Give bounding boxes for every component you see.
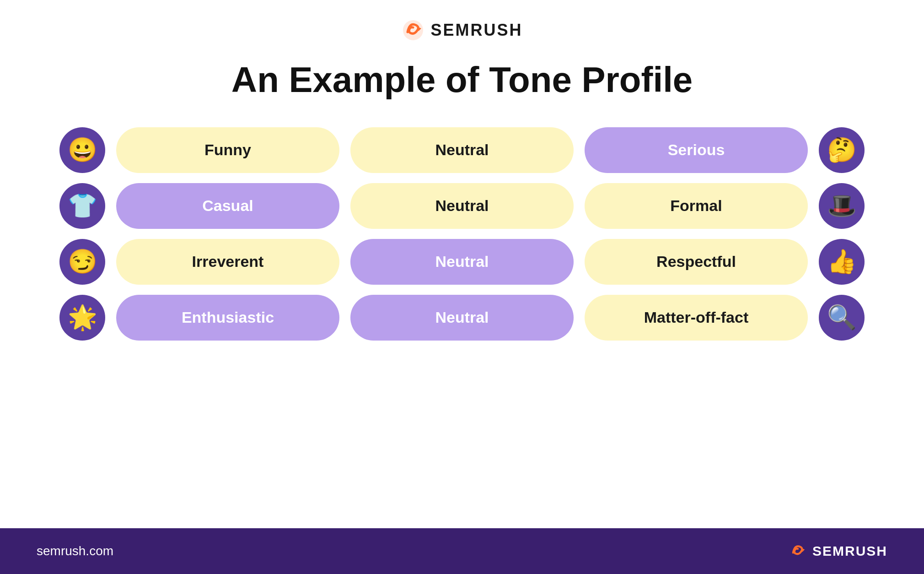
footer-url: semrush.com xyxy=(37,544,113,558)
tone-row-0: 😀FunnyNeutralSerious🤔 xyxy=(59,127,865,173)
left-emoji-0: 😀 xyxy=(59,127,105,173)
semrush-logo-icon xyxy=(401,18,425,42)
footer-logo: SEMRUSH xyxy=(788,541,887,561)
tone-pill-3-1: Neutral xyxy=(350,295,574,341)
tone-pill-1-2: Formal xyxy=(585,183,808,229)
tone-pill-1-0: Casual xyxy=(116,183,339,229)
page-title: An Example of Tone Profile xyxy=(231,60,693,100)
right-emoji-2: 👍 xyxy=(819,239,865,285)
svg-point-0 xyxy=(403,20,423,40)
tone-row-1: 👕CasualNeutralFormal🎩 xyxy=(59,183,865,229)
tone-pill-0-0: Funny xyxy=(116,127,339,173)
footer-logo-text: SEMRUSH xyxy=(812,543,887,559)
left-emoji-2: 😏 xyxy=(59,239,105,285)
tone-pill-1-1: Neutral xyxy=(350,183,574,229)
tone-pill-0-2: Serious xyxy=(585,127,808,173)
footer: semrush.com SEMRUSH xyxy=(0,528,924,574)
tone-pill-0-1: Neutral xyxy=(350,127,574,173)
left-emoji-3: 🌟 xyxy=(59,295,105,341)
tone-pill-3-2: Matter-off-fact xyxy=(585,295,808,341)
tone-grid: 😀FunnyNeutralSerious🤔👕CasualNeutralForma… xyxy=(59,127,865,341)
main-content: SEMRUSH An Example of Tone Profile 😀Funn… xyxy=(0,0,924,528)
right-emoji-0: 🤔 xyxy=(819,127,865,173)
tone-pill-2-2: Respectful xyxy=(585,239,808,285)
tone-pill-2-1: Neutral xyxy=(350,239,574,285)
logo-area: SEMRUSH xyxy=(401,18,522,42)
logo-text: SEMRUSH xyxy=(430,21,522,40)
tone-row-3: 🌟EnthusiasticNeutralMatter-off-fact🔍 xyxy=(59,295,865,341)
tone-row-2: 😏IrreverentNeutralRespectful👍 xyxy=(59,239,865,285)
tone-pill-3-0: Enthusiastic xyxy=(116,295,339,341)
footer-logo-icon xyxy=(788,541,808,561)
right-emoji-3: 🔍 xyxy=(819,295,865,341)
right-emoji-1: 🎩 xyxy=(819,183,865,229)
left-emoji-1: 👕 xyxy=(59,183,105,229)
tone-pill-2-0: Irreverent xyxy=(116,239,339,285)
